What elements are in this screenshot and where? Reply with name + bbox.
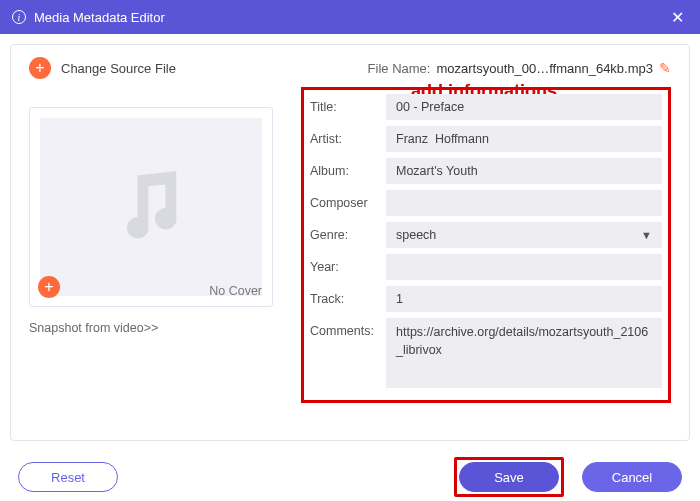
footer-row: Reset Save Cancel xyxy=(0,451,700,501)
album-label: Album: xyxy=(310,158,386,178)
artist-input[interactable] xyxy=(386,126,662,152)
title-label: Title: xyxy=(310,94,386,114)
year-input[interactable] xyxy=(386,254,662,280)
genre-select[interactable]: speech ▼ xyxy=(386,222,662,248)
cover-no-cover-label: No Cover xyxy=(209,284,262,298)
title-input[interactable] xyxy=(386,94,662,120)
composer-label: Composer xyxy=(310,190,386,210)
cancel-button[interactable]: Cancel xyxy=(582,462,682,492)
track-input[interactable] xyxy=(386,286,662,312)
cover-add-plus-icon[interactable]: + xyxy=(38,276,60,298)
metadata-fields: Title: Artist: Album: Composer Genre: sp… xyxy=(301,87,671,403)
save-highlight-box: Save xyxy=(454,457,564,497)
music-note-icon xyxy=(106,162,196,252)
save-button[interactable]: Save xyxy=(459,462,559,492)
content-card: + Change Source File File Name: mozartsy… xyxy=(10,44,690,441)
artist-label: Artist: xyxy=(310,126,386,146)
genre-value: speech xyxy=(396,228,436,242)
chevron-down-icon: ▼ xyxy=(641,229,652,241)
composer-input[interactable] xyxy=(386,190,662,216)
close-icon[interactable]: ✕ xyxy=(667,8,688,27)
file-name-value: mozartsyouth_00…ffmann_64kb.mp3 xyxy=(436,61,653,76)
comments-textarea[interactable] xyxy=(386,318,662,388)
cover-column: + No Cover Snapshot from video>> xyxy=(29,107,273,403)
edit-pencil-icon[interactable]: ✎ xyxy=(659,60,671,76)
card-top-row: + Change Source File File Name: mozartsy… xyxy=(29,57,671,79)
reset-button[interactable]: Reset xyxy=(18,462,118,492)
comments-label: Comments: xyxy=(310,318,386,338)
cover-placeholder xyxy=(40,118,262,296)
cover-art-box[interactable]: + No Cover xyxy=(29,107,273,307)
change-source-label[interactable]: Change Source File xyxy=(61,61,176,76)
file-name-label: File Name: xyxy=(368,61,431,76)
window-title: Media Metadata Editor xyxy=(34,10,165,25)
title-bar: i Media Metadata Editor ✕ xyxy=(0,0,700,34)
genre-label: Genre: xyxy=(310,222,386,242)
track-label: Track: xyxy=(310,286,386,306)
album-input[interactable] xyxy=(386,158,662,184)
info-icon: i xyxy=(12,10,26,24)
change-source-plus-icon[interactable]: + xyxy=(29,57,51,79)
snapshot-from-video-link[interactable]: Snapshot from video>> xyxy=(29,321,273,335)
year-label: Year: xyxy=(310,254,386,274)
